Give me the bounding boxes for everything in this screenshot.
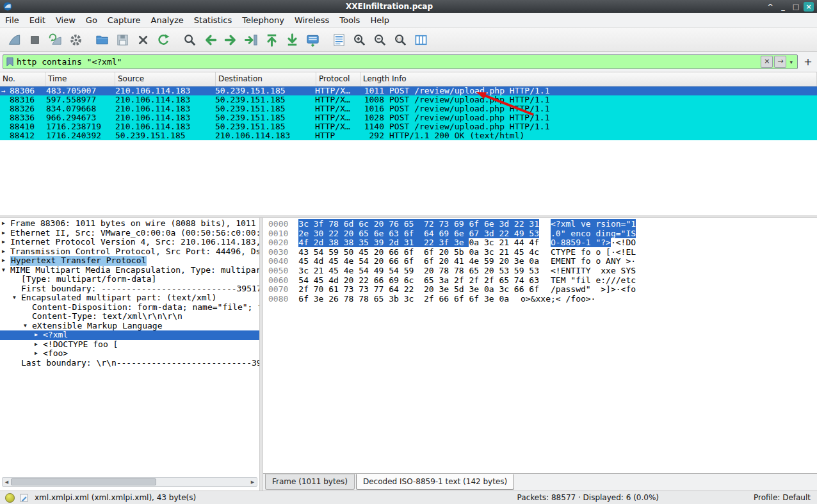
close-button[interactable]: ×: [804, 2, 814, 12]
hex-row[interactable]: 00003c 3f 78 6d 6c 20 76 65 72 73 69 6f …: [268, 220, 817, 229]
resize-columns-button[interactable]: [410, 30, 431, 49]
expander-icon[interactable]: ▶: [2, 229, 10, 238]
menu-capture[interactable]: Capture: [102, 13, 146, 27]
hex-row[interactable]: 006054 45 4d 20 22 66 69 6c 65 3a 2f 2f …: [268, 276, 817, 286]
detail-row[interactable]: ▼eXtensible Markup Language: [0, 321, 259, 331]
detail-row[interactable]: ▶<?xml: [0, 330, 259, 340]
column-header-no[interactable]: No.: [0, 72, 45, 86]
column-header-info[interactable]: Info: [389, 72, 817, 86]
filter-bookmark-icon[interactable]: [6, 57, 14, 67]
expander-icon[interactable]: ▼: [24, 321, 32, 331]
go-forward-button[interactable]: [220, 30, 241, 49]
details-horizontal-scrollbar[interactable]: ◀ ▶: [2, 477, 257, 487]
expander-icon[interactable]: ▶: [2, 238, 10, 247]
column-header-src[interactable]: Source: [115, 72, 216, 86]
save-file-button[interactable]: [112, 30, 133, 49]
menu-statistics[interactable]: Statistics: [189, 13, 237, 27]
hex-row[interactable]: 00102e 30 22 20 65 6e 63 6f 64 69 6e 67 …: [268, 229, 817, 239]
detail-row[interactable]: Last boundary: \r\n---------------------…: [0, 359, 259, 368]
stop-capture-button[interactable]: [24, 30, 45, 49]
detail-row[interactable]: ▼Encapsulated multipart part: (text/xml): [0, 293, 259, 303]
find-packet-button[interactable]: [179, 30, 200, 49]
capture-options-button[interactable]: [65, 30, 86, 49]
filter-clear-icon[interactable]: ×: [761, 56, 773, 68]
zoom-in-button[interactable]: [349, 30, 369, 49]
column-header-len[interactable]: Length: [360, 72, 389, 86]
menu-tools[interactable]: Tools: [334, 13, 365, 27]
status-profile[interactable]: Profile: Default: [754, 493, 811, 502]
hex-row[interactable]: 00806f 3e 26 78 78 65 3b 3c 2f 66 6f 6f …: [268, 295, 817, 304]
column-header-time[interactable]: Time: [45, 72, 115, 86]
maximize-button[interactable]: □: [791, 2, 801, 12]
shade-button[interactable]: ^: [765, 2, 775, 12]
filter-dropdown-icon[interactable]: ▾: [786, 59, 796, 65]
expert-info-icon[interactable]: [5, 493, 15, 503]
packet-row[interactable]: 88316597.558977210.106.114.18350.239.151…: [0, 95, 817, 104]
packet-row[interactable]: 88336966.294673210.106.114.18350.239.151…: [0, 113, 817, 122]
detail-row[interactable]: ▶Ethernet II, Src: VMware_c0:00:0a (00:5…: [0, 229, 259, 238]
packet-row[interactable]: 88326834.079668210.106.114.18350.239.151…: [0, 104, 817, 113]
expander-icon[interactable]: ▶: [35, 340, 43, 350]
detail-row[interactable]: ▶<foo>: [0, 349, 259, 359]
expander-icon[interactable]: ▶: [2, 247, 10, 257]
scroll-left-icon[interactable]: ◀: [3, 480, 11, 485]
scroll-right-icon[interactable]: ▶: [248, 480, 257, 485]
expander-icon[interactable]: ▶: [35, 349, 43, 359]
packet-row[interactable]: 884101716.238719210.106.114.18350.239.15…: [0, 122, 817, 131]
go-to-packet-button[interactable]: [241, 30, 261, 49]
menu-wireless[interactable]: Wireless: [289, 13, 334, 27]
expander-icon[interactable]: ▼: [13, 293, 21, 303]
zoom-original-button[interactable]: 1:1: [390, 30, 410, 49]
menu-edit[interactable]: Edit: [24, 13, 51, 27]
menu-telephony[interactable]: Telephony: [237, 13, 289, 27]
hex-row[interactable]: 00204f 2d 38 38 35 39 2d 31 22 3f 3e 0a …: [268, 238, 817, 248]
hex-row[interactable]: 00503c 21 45 4e 54 49 54 59 20 78 78 65 …: [268, 266, 817, 276]
packet-row[interactable]: 884121716.24039250.239.151.185210.106.11…: [0, 131, 817, 140]
menu-go[interactable]: Go: [81, 13, 102, 27]
expander-icon[interactable]: ▶: [2, 219, 10, 229]
display-filter-field[interactable]: http contains "<?xml" × → ▾: [3, 54, 798, 69]
expander-icon[interactable]: ▼: [2, 266, 10, 275]
scrollbar-thumb[interactable]: [11, 478, 156, 485]
menu-analyze[interactable]: Analyze: [146, 13, 189, 27]
column-header-proto[interactable]: Protocol: [316, 72, 360, 86]
decoded-text-tab[interactable]: Decoded ISO-8859-1 text (142 bytes): [356, 474, 514, 490]
column-header-dst[interactable]: Destination: [216, 72, 316, 86]
menu-view[interactable]: View: [51, 13, 81, 27]
detail-row[interactable]: ▶Frame 88306: 1011 bytes on wire (8088 b…: [0, 219, 259, 229]
detail-row[interactable]: ▼MIME Multipart Media Encapsulation, Typ…: [0, 266, 259, 275]
detail-row[interactable]: First boundary: ------------------------…: [0, 284, 259, 294]
detail-row[interactable]: ▶Hypertext Transfer Protocol: [0, 256, 259, 266]
expander-icon[interactable]: ▶: [2, 256, 10, 266]
colorize-button[interactable]: [328, 30, 349, 49]
hex-row[interactable]: 00702f 70 61 73 73 77 64 22 20 3e 5d 3e …: [268, 285, 817, 295]
auto-scroll-button[interactable]: [302, 30, 323, 49]
detail-row[interactable]: ▶Internet Protocol Version 4, Src: 210.1…: [0, 238, 259, 247]
expander-icon[interactable]: ▶: [35, 330, 43, 340]
display-filter-input[interactable]: http contains "<?xml": [17, 57, 759, 67]
detail-row[interactable]: Content-Disposition: form-data; name="fi…: [0, 303, 259, 313]
menu-file[interactable]: File: [0, 13, 24, 27]
open-file-button[interactable]: [92, 30, 112, 49]
go-first-button[interactable]: [261, 30, 282, 49]
reload-file-button[interactable]: [153, 30, 174, 49]
detail-row[interactable]: ▶Transmission Control Protocol, Src Port…: [0, 247, 259, 257]
detail-row[interactable]: [Type: multipart/form-data]: [0, 275, 259, 284]
go-back-button[interactable]: [200, 30, 220, 49]
hex-row[interactable]: 004045 4d 45 4e 54 20 66 6f 6f 20 41 4e …: [268, 257, 817, 266]
hex-row[interactable]: 003043 54 59 50 45 20 66 6f 6f 20 5b 0a …: [268, 248, 817, 257]
start-capture-button[interactable]: [4, 30, 24, 49]
go-last-button[interactable]: [282, 30, 302, 49]
detail-row[interactable]: Content-Type: text/xml\r\n\r\n: [0, 312, 259, 321]
restart-capture-button[interactable]: [45, 30, 65, 49]
capture-comment-icon[interactable]: [19, 493, 29, 503]
close-file-button[interactable]: [133, 30, 153, 49]
filter-apply-icon[interactable]: →: [774, 56, 786, 68]
packet-row[interactable]: →88306483.705007210.106.114.18350.239.15…: [0, 86, 817, 95]
zoom-out-button[interactable]: [369, 30, 390, 49]
detail-row[interactable]: ▶<!DOCTYPE foo [: [0, 340, 259, 350]
minimize-button[interactable]: _: [778, 2, 788, 12]
filter-add-button[interactable]: +: [802, 56, 814, 68]
menu-help[interactable]: Help: [365, 13, 394, 27]
frame-tab[interactable]: Frame (1011 bytes): [265, 474, 355, 490]
